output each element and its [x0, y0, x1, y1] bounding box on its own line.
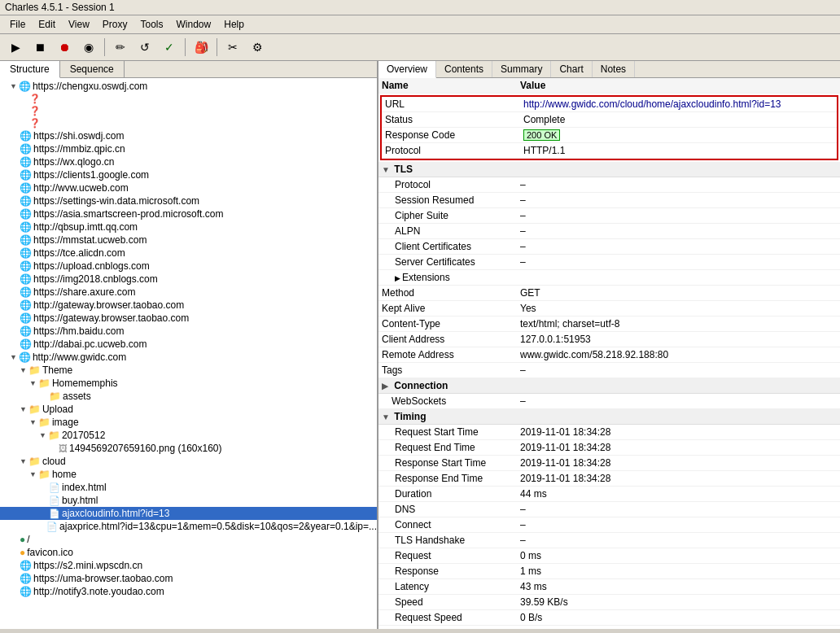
tab-overview[interactable]: Overview — [378, 61, 436, 78]
clear-button[interactable]: ◉ — [78, 37, 99, 58]
tree-item[interactable]: 🌐 https://hm.baidu.com — [0, 325, 377, 338]
left-panel-tabs: Structure Sequence — [0, 61, 377, 78]
tab-chart[interactable]: Chart — [551, 61, 592, 77]
start-button[interactable]: ▶ — [5, 37, 26, 58]
timing-item-row: Request Start Time2019-11-01 18:34:28 — [378, 425, 840, 440]
connection-section[interactable]: ▶ Connection — [378, 378, 840, 394]
tls-items: Protocol–Session Resumed–Cipher Suite–AL… — [378, 177, 840, 286]
tree-item[interactable]: 🌐 http://dabai.pc.ucweb.com — [0, 338, 377, 351]
timing-item-name: Request — [378, 548, 517, 563]
menu-window[interactable]: Window — [170, 17, 218, 32]
menu-help[interactable]: Help — [217, 17, 251, 32]
tab-notes[interactable]: Notes — [593, 61, 635, 77]
tree-item[interactable]: ❓ — [0, 117, 377, 129]
tls-item-name: Protocol — [378, 177, 517, 192]
menu-bar: File Edit View Proxy Tools Window Help — [0, 15, 840, 34]
tree-item[interactable]: 🖼 1494569207659160.png (160x160) — [0, 442, 377, 455]
response-code-value: 200 OK — [520, 128, 837, 142]
general-item-row: Kept AliveYes — [378, 301, 840, 316]
tree-item[interactable]: 🌐 http://notify3.note.youdao.com — [0, 585, 377, 598]
refresh-button[interactable]: ↺ — [134, 37, 155, 58]
tls-item-value: – — [517, 239, 840, 254]
tree-item[interactable]: ▼📁 cloud — [0, 455, 377, 468]
url-section-box: URL http://www.gwidc.com/cloud/home/ajax… — [380, 95, 838, 160]
tree-item[interactable]: ▼📁 home — [0, 468, 377, 481]
tree-item[interactable]: ● favicon.ico — [0, 546, 377, 559]
tree-item[interactable]: 🌐 https://clients1.google.com — [0, 168, 377, 181]
tree-label: https://tce.alicdn.com — [33, 247, 125, 259]
tree-item[interactable]: 🌐 https://mmbiz.qpic.cn — [0, 142, 377, 155]
tree-item[interactable]: ❓ — [0, 93, 377, 105]
record-button[interactable]: ⏺ — [54, 37, 75, 58]
tree-item[interactable]: 🌐 https://img2018.cnblogs.com — [0, 273, 377, 286]
tab-structure[interactable]: Structure — [0, 61, 60, 78]
menu-tools[interactable]: Tools — [134, 17, 170, 32]
briefcase-button[interactable]: 🎒 — [190, 37, 212, 58]
tree-item[interactable]: 🌐 https://shi.oswdj.com — [0, 129, 377, 142]
tab-sequence[interactable]: Sequence — [60, 61, 125, 77]
tls-item-value — [517, 270, 840, 285]
tree-item[interactable]: ▼📁 Homememphis — [0, 377, 377, 390]
tree-item[interactable]: 🌐 https://mmstat.ucweb.com — [0, 234, 377, 247]
tree-item[interactable]: 📄 buy.html — [0, 494, 377, 507]
tree-item[interactable]: 🌐 http://wvw.ucweb.com — [0, 181, 377, 194]
tree-item[interactable]: 🌐 http://qbsup.imtt.qq.com — [0, 220, 377, 234]
timing-item-value: – — [517, 517, 840, 532]
menu-edit[interactable]: Edit — [32, 17, 62, 32]
connection-toggle[interactable]: ▶ — [382, 382, 392, 391]
tree-item[interactable]: 🌐 https://share.axure.com — [0, 286, 377, 299]
tree-item[interactable]: 📄 ajaxcloudinfo.html?id=13 — [0, 507, 377, 520]
tree-label: Homememphis — [52, 378, 118, 389]
tls-section[interactable]: ▼ TLS — [378, 162, 840, 177]
tree-label: http://dabai.pc.ucweb.com — [33, 338, 147, 350]
tree-item[interactable]: ● / — [0, 533, 377, 546]
tls-item-row: Server Certificates– — [378, 255, 840, 270]
timing-item-row: Response End Time2019-11-01 18:34:28 — [378, 471, 840, 487]
tree-item[interactable]: ▼🌐 http://www.gwidc.com — [0, 351, 377, 364]
timing-section[interactable]: ▼ Timing — [378, 409, 840, 425]
timing-item-row: Response Start Time2019-11-01 18:34:28 — [378, 456, 840, 471]
status-row: Status Complete — [382, 112, 837, 128]
menu-file[interactable]: File — [3, 17, 32, 32]
main-layout: Structure Sequence ▼🌐 https://chengxu.os… — [0, 61, 840, 629]
tab-summary[interactable]: Summary — [492, 61, 551, 77]
stop-button[interactable]: ⏹ — [29, 37, 50, 58]
tree-item[interactable]: ▼📁 20170512 — [0, 429, 377, 442]
tree-item[interactable]: 🌐 https://gateway.browser.taobao.com — [0, 312, 377, 325]
tree-container[interactable]: ▼🌐 https://chengxu.oswdj.com❓ ❓ ❓ 🌐 http… — [0, 78, 377, 629]
tree-root: ▼🌐 https://chengxu.oswdj.com❓ ❓ ❓ 🌐 http… — [0, 80, 377, 598]
tree-item[interactable]: 🌐 https://asia.smartscreen-prod.microsof… — [0, 207, 377, 220]
connection-label: Connection — [394, 380, 448, 391]
tree-item[interactable]: ❓ — [0, 105, 377, 117]
tls-toggle[interactable]: ▼ — [382, 165, 392, 174]
tab-contents[interactable]: Contents — [436, 61, 492, 77]
settings-button[interactable]: ⚙ — [247, 37, 268, 58]
timing-item-row: Connect– — [378, 517, 840, 533]
tree-item[interactable]: ▼📁 Theme — [0, 364, 377, 377]
tree-item[interactable]: 🌐 https://tce.alicdn.com — [0, 247, 377, 260]
tree-item[interactable]: 🌐 http://gateway.browser.taobao.com — [0, 299, 377, 312]
tree-label: http://www.gwidc.com — [33, 351, 126, 363]
tree-item[interactable]: 📄 index.html — [0, 481, 377, 494]
menu-proxy[interactable]: Proxy — [96, 17, 134, 32]
tree-item[interactable]: 🌐 https://upload.cnblogs.com — [0, 260, 377, 273]
menu-view[interactable]: View — [62, 17, 96, 32]
tree-item[interactable]: 🌐 https://uma-browser.taobao.com — [0, 572, 377, 585]
tools-button[interactable]: ✂ — [222, 37, 243, 58]
general-item-row: Content-Typetext/html; charset=utf-8 — [378, 316, 840, 332]
status-label: Status — [382, 112, 520, 127]
tree-item[interactable]: ▼📁 image — [0, 416, 377, 429]
tree-item[interactable]: 🌐 https://settings-win.data.microsoft.co… — [0, 194, 377, 207]
tree-item[interactable]: ▼📁 Upload — [0, 403, 377, 416]
tree-item[interactable]: 🌐 https://s2.mini.wpscdn.cn — [0, 559, 377, 572]
tree-item[interactable]: ▼🌐 https://chengxu.oswdj.com — [0, 80, 377, 93]
timing-toggle[interactable]: ▼ — [382, 413, 392, 421]
pen-button[interactable]: ✏ — [110, 37, 131, 58]
tree-item[interactable]: 🌐 https://wx.qlogo.cn — [0, 155, 377, 168]
tree-item[interactable]: 📁 assets — [0, 390, 377, 403]
tree-item[interactable]: 📄 ajaxprice.html?id=13&cpu=1&mem=0.5&dis… — [0, 520, 377, 533]
websockets-row: WebSockets – — [378, 394, 840, 409]
check-button[interactable]: ✓ — [159, 37, 180, 58]
timing-item-value: – — [517, 533, 840, 548]
tls-item-value: – — [517, 193, 840, 207]
